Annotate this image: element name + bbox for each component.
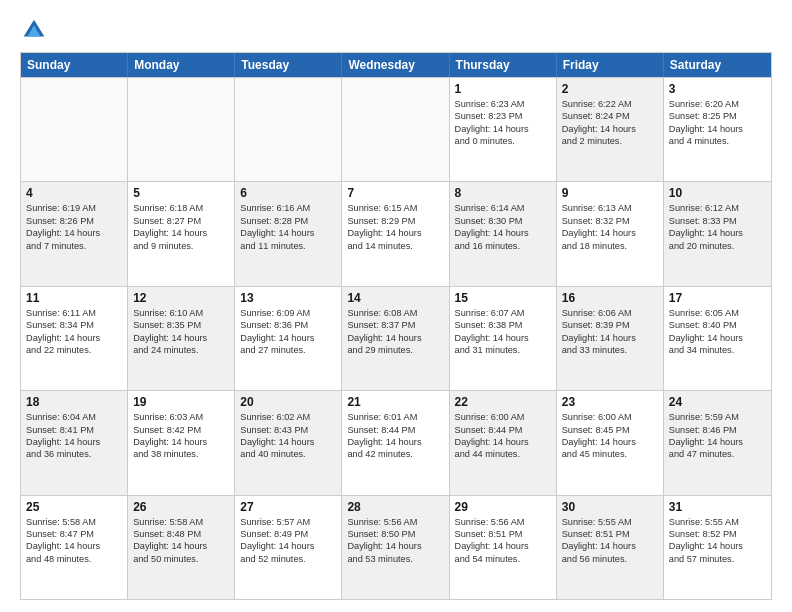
cal-cell-18: 18Sunrise: 6:04 AMSunset: 8:41 PMDayligh… xyxy=(21,391,128,494)
cal-week-5: 25Sunrise: 5:58 AMSunset: 8:47 PMDayligh… xyxy=(21,495,771,599)
cal-cell-20: 20Sunrise: 6:02 AMSunset: 8:43 PMDayligh… xyxy=(235,391,342,494)
cal-header-wednesday: Wednesday xyxy=(342,53,449,77)
cal-cell-14: 14Sunrise: 6:08 AMSunset: 8:37 PMDayligh… xyxy=(342,287,449,390)
cal-cell-1: 1Sunrise: 6:23 AMSunset: 8:23 PMDaylight… xyxy=(450,78,557,181)
cell-line: Sunset: 8:52 PM xyxy=(669,528,766,540)
cell-line: Sunrise: 5:58 AM xyxy=(26,516,122,528)
cell-line: and 36 minutes. xyxy=(26,448,122,460)
day-number: 12 xyxy=(133,291,229,305)
cell-line: Sunrise: 6:14 AM xyxy=(455,202,551,214)
cell-line: Sunrise: 6:01 AM xyxy=(347,411,443,423)
day-number: 3 xyxy=(669,82,766,96)
day-number: 5 xyxy=(133,186,229,200)
cell-line: Daylight: 14 hours xyxy=(562,540,658,552)
cell-line: and 7 minutes. xyxy=(26,240,122,252)
cell-line: Sunrise: 6:12 AM xyxy=(669,202,766,214)
cell-line: Sunrise: 6:09 AM xyxy=(240,307,336,319)
cal-cell-29: 29Sunrise: 5:56 AMSunset: 8:51 PMDayligh… xyxy=(450,496,557,599)
cell-line: Sunset: 8:44 PM xyxy=(347,424,443,436)
calendar-body: 1Sunrise: 6:23 AMSunset: 8:23 PMDaylight… xyxy=(21,77,771,599)
cell-line: Daylight: 14 hours xyxy=(26,227,122,239)
cell-line: Sunset: 8:40 PM xyxy=(669,319,766,331)
cell-line: Sunset: 8:48 PM xyxy=(133,528,229,540)
cell-line: Sunset: 8:29 PM xyxy=(347,215,443,227)
cell-line: Sunrise: 6:02 AM xyxy=(240,411,336,423)
day-number: 13 xyxy=(240,291,336,305)
cell-line: Daylight: 14 hours xyxy=(347,540,443,552)
day-number: 8 xyxy=(455,186,551,200)
cal-cell-30: 30Sunrise: 5:55 AMSunset: 8:51 PMDayligh… xyxy=(557,496,664,599)
cal-cell-26: 26Sunrise: 5:58 AMSunset: 8:48 PMDayligh… xyxy=(128,496,235,599)
day-number: 15 xyxy=(455,291,551,305)
cell-line: Sunrise: 6:16 AM xyxy=(240,202,336,214)
day-number: 18 xyxy=(26,395,122,409)
cal-cell-21: 21Sunrise: 6:01 AMSunset: 8:44 PMDayligh… xyxy=(342,391,449,494)
cell-line: and 48 minutes. xyxy=(26,553,122,565)
cal-cell-6: 6Sunrise: 6:16 AMSunset: 8:28 PMDaylight… xyxy=(235,182,342,285)
cal-week-2: 4Sunrise: 6:19 AMSunset: 8:26 PMDaylight… xyxy=(21,181,771,285)
day-number: 6 xyxy=(240,186,336,200)
cell-line: Sunrise: 6:18 AM xyxy=(133,202,229,214)
cell-line: Sunrise: 6:06 AM xyxy=(562,307,658,319)
header xyxy=(20,16,772,44)
cell-line: and 38 minutes. xyxy=(133,448,229,460)
cell-line: Sunset: 8:39 PM xyxy=(562,319,658,331)
cell-line: Daylight: 14 hours xyxy=(562,332,658,344)
cell-line: Sunset: 8:44 PM xyxy=(455,424,551,436)
cal-week-1: 1Sunrise: 6:23 AMSunset: 8:23 PMDaylight… xyxy=(21,77,771,181)
cell-line: and 40 minutes. xyxy=(240,448,336,460)
cell-line: and 22 minutes. xyxy=(26,344,122,356)
cal-cell-19: 19Sunrise: 6:03 AMSunset: 8:42 PMDayligh… xyxy=(128,391,235,494)
cell-line: Sunrise: 5:56 AM xyxy=(347,516,443,528)
cell-line: Daylight: 14 hours xyxy=(240,332,336,344)
day-number: 19 xyxy=(133,395,229,409)
cell-line: Daylight: 14 hours xyxy=(562,227,658,239)
cell-line: and 9 minutes. xyxy=(133,240,229,252)
cell-line: Sunrise: 6:10 AM xyxy=(133,307,229,319)
day-number: 27 xyxy=(240,500,336,514)
day-number: 25 xyxy=(26,500,122,514)
cal-cell-empty-0-3 xyxy=(342,78,449,181)
cell-line: Sunrise: 5:59 AM xyxy=(669,411,766,423)
cell-line: Sunset: 8:34 PM xyxy=(26,319,122,331)
cell-line: and 29 minutes. xyxy=(347,344,443,356)
cal-cell-2: 2Sunrise: 6:22 AMSunset: 8:24 PMDaylight… xyxy=(557,78,664,181)
day-number: 24 xyxy=(669,395,766,409)
cell-line: Daylight: 14 hours xyxy=(133,332,229,344)
cell-line: Sunrise: 6:00 AM xyxy=(562,411,658,423)
cell-line: and 34 minutes. xyxy=(669,344,766,356)
cell-line: Daylight: 14 hours xyxy=(562,436,658,448)
cell-line: Daylight: 14 hours xyxy=(240,436,336,448)
cell-line: Sunset: 8:28 PM xyxy=(240,215,336,227)
cell-line: Sunrise: 6:22 AM xyxy=(562,98,658,110)
day-number: 4 xyxy=(26,186,122,200)
cell-line: Sunset: 8:27 PM xyxy=(133,215,229,227)
cal-cell-22: 22Sunrise: 6:00 AMSunset: 8:44 PMDayligh… xyxy=(450,391,557,494)
cell-line: Daylight: 14 hours xyxy=(669,436,766,448)
cell-line: Daylight: 14 hours xyxy=(455,123,551,135)
cell-line: Daylight: 14 hours xyxy=(669,332,766,344)
day-number: 20 xyxy=(240,395,336,409)
cell-line: Sunset: 8:46 PM xyxy=(669,424,766,436)
cell-line: and 47 minutes. xyxy=(669,448,766,460)
cell-line: Sunrise: 6:05 AM xyxy=(669,307,766,319)
cell-line: Sunset: 8:37 PM xyxy=(347,319,443,331)
cell-line: and 11 minutes. xyxy=(240,240,336,252)
cal-cell-10: 10Sunrise: 6:12 AMSunset: 8:33 PMDayligh… xyxy=(664,182,771,285)
calendar: SundayMondayTuesdayWednesdayThursdayFrid… xyxy=(20,52,772,600)
cell-line: Daylight: 14 hours xyxy=(26,332,122,344)
day-number: 9 xyxy=(562,186,658,200)
cell-line: Sunset: 8:33 PM xyxy=(669,215,766,227)
cell-line: Sunset: 8:26 PM xyxy=(26,215,122,227)
cell-line: Daylight: 14 hours xyxy=(455,332,551,344)
cal-header-sunday: Sunday xyxy=(21,53,128,77)
cell-line: Daylight: 14 hours xyxy=(347,436,443,448)
cal-cell-25: 25Sunrise: 5:58 AMSunset: 8:47 PMDayligh… xyxy=(21,496,128,599)
cal-header-thursday: Thursday xyxy=(450,53,557,77)
cal-cell-empty-0-0 xyxy=(21,78,128,181)
cal-cell-27: 27Sunrise: 5:57 AMSunset: 8:49 PMDayligh… xyxy=(235,496,342,599)
cal-week-4: 18Sunrise: 6:04 AMSunset: 8:41 PMDayligh… xyxy=(21,390,771,494)
cal-cell-5: 5Sunrise: 6:18 AMSunset: 8:27 PMDaylight… xyxy=(128,182,235,285)
day-number: 11 xyxy=(26,291,122,305)
day-number: 14 xyxy=(347,291,443,305)
